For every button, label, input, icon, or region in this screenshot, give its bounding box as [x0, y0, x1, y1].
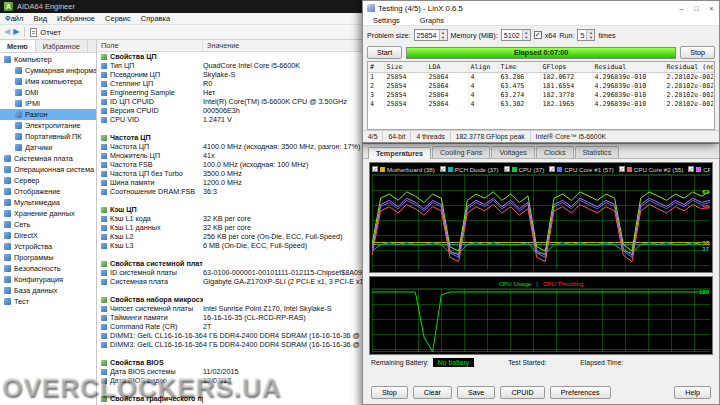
menu-item[interactable]: Справка	[136, 13, 175, 24]
report-button[interactable]: Отчет	[40, 28, 61, 37]
field-row[interactable]: Частота ЦП4100.0 MHz (исходная: 3500 MHz…	[97, 142, 366, 151]
sidebar-item[interactable]: Мультимедиа	[0, 197, 96, 208]
field-row[interactable]: Кэш L1 кода32 KB per core	[97, 214, 366, 223]
field-row[interactable]: ID системной платы63-0100-000001-0010111…	[97, 268, 366, 277]
menu-item[interactable]: Избранное	[52, 13, 100, 24]
sensor-checkbox[interactable]: ✓	[504, 166, 510, 172]
field-row[interactable]: Версия CPUID000506E3h	[97, 106, 366, 115]
column-field[interactable]: Поле	[97, 40, 203, 51]
sidebar-item[interactable]: Отображение	[0, 186, 96, 197]
field-row[interactable]: Степпинг ЦПR0	[97, 79, 366, 88]
results-col-header[interactable]: #	[368, 62, 384, 72]
field-row[interactable]: Кэш L36 MB (On-Die, ECC, Full-Speed)	[97, 241, 366, 250]
run-stepper[interactable]: 5 ▲▼	[577, 29, 595, 41]
field-row[interactable]: Частота FSB100.0 MHz (исходная: 100 MHz)	[97, 160, 366, 169]
maximize-button[interactable]: □	[689, 1, 704, 15]
sidebar-item[interactable]: Тест	[0, 296, 96, 307]
results-col-header[interactable]: Align	[468, 62, 498, 72]
menu-item[interactable]: Сервис	[100, 13, 136, 24]
linx-menu-graphs[interactable]: Graphs	[415, 15, 449, 25]
sidebar-item[interactable]: Сервер	[0, 175, 96, 186]
tab-clocks[interactable]: Clocks	[536, 146, 574, 158]
sidebar-item[interactable]: Программы	[0, 252, 96, 263]
sensor-checkbox[interactable]: ✓	[688, 166, 694, 172]
results-col-header[interactable]: GFlops	[540, 62, 592, 72]
column-value[interactable]: Значение	[203, 40, 366, 51]
field-row[interactable]: DIMM3: GeIL CL16-16-16-364 ГБ DDR4-2400 …	[97, 340, 366, 349]
sidebar-item[interactable]: Портативный ПК	[0, 131, 96, 142]
results-col-header[interactable]: Residual (norm.)	[664, 62, 714, 72]
memory-stepper[interactable]: 5102 ▲▼	[501, 29, 531, 41]
stop-button[interactable]: Stop	[371, 386, 408, 399]
tab-voltages[interactable]: Voltages	[491, 146, 535, 158]
field-row[interactable]: Соотношение DRAM:FSB36:3	[97, 187, 366, 196]
close-button[interactable]: ×	[704, 1, 719, 15]
x64-checkbox[interactable]: ✓	[534, 31, 542, 39]
field-row[interactable]: Command Rate (CR)2T	[97, 322, 366, 331]
section-header-row[interactable]: Свойства системной платы	[97, 259, 366, 268]
sidebar-item[interactable]: DMI	[0, 87, 96, 98]
field-row[interactable]: Системная платаGigabyte GA-Z170XP-SLI (2…	[97, 277, 366, 286]
clear-button[interactable]: Clear	[413, 386, 452, 399]
problem-size-stepper[interactable]: 25854 ▲▼	[414, 29, 448, 41]
sidebar-item[interactable]: DirectX	[0, 230, 96, 241]
field-row[interactable]: Дата BIOS системы11/02/2015	[97, 367, 366, 376]
spinner-arrows-icon[interactable]: ▲▼	[439, 30, 447, 40]
sidebar-item[interactable]: База данных	[0, 285, 96, 296]
tree-tab-меню[interactable]: Меню	[0, 40, 36, 52]
section-header-row[interactable]: Свойства набора микросхем	[97, 295, 366, 304]
sidebar-item[interactable]: Операционная система	[0, 164, 96, 175]
forward-icon[interactable]: ▶	[13, 28, 19, 36]
preferences-button[interactable]: Preferences	[550, 386, 611, 399]
back-icon[interactable]: ◀	[4, 28, 10, 36]
section-header-row[interactable]: Свойства графического процессора	[97, 394, 366, 403]
field-row[interactable]: Множитель ЦП41x	[97, 151, 366, 160]
field-row[interactable]: Тайминги памяти16-16-16-35 (CL-RCD-RP-RA…	[97, 313, 366, 322]
field-row[interactable]: Engineering SampleНет	[97, 88, 366, 97]
field-row[interactable]: DIMM1: GeIL CL16-16-16-364 ГБ DDR4-2400 …	[97, 331, 366, 340]
minimize-button[interactable]: –	[674, 1, 689, 15]
sidebar-item[interactable]: Разгон	[0, 109, 96, 120]
sidebar-item[interactable]: Имя компьютера	[0, 76, 96, 87]
section-header-row[interactable]: Частота ЦП	[97, 133, 366, 142]
sidebar-item[interactable]: Компьютер	[0, 54, 96, 65]
menu-item[interactable]: Вид	[28, 13, 52, 24]
sidebar-item[interactable]: Безопасность	[0, 263, 96, 274]
sidebar-item[interactable]: Устройства	[0, 241, 96, 252]
start-button[interactable]: Start	[367, 46, 402, 59]
spinner-arrows-icon[interactable]: ▲▼	[586, 30, 594, 40]
tree-tab-избранное[interactable]: Избранное	[36, 40, 88, 52]
save-button[interactable]: Save	[457, 386, 495, 399]
field-row[interactable]: Кэш L1 данных32 KB per core	[97, 223, 366, 232]
sidebar-item[interactable]: Сеть	[0, 219, 96, 230]
field-row[interactable]: CPU VID1.2471 V	[97, 115, 366, 124]
field-row[interactable]: Псевдоним ЦПSkylake-S	[97, 70, 366, 79]
sidebar-item[interactable]: Суммарная информация	[0, 65, 96, 76]
cpuid-button[interactable]: CPUID	[500, 386, 544, 399]
field-row[interactable]: ID ЦП CPUIDIntel(R) Core(TM) i5-6600K CP…	[97, 97, 366, 106]
run-value[interactable]: 5	[578, 30, 586, 40]
section-header-row[interactable]: Свойства ЦП	[97, 52, 366, 61]
tab-temperatures[interactable]: Temperatures	[368, 147, 431, 159]
field-row[interactable]: Тип ЦПQuadCore Intel Core i5-6600K	[97, 61, 366, 70]
field-row[interactable]: Чипсет системной платыIntel Sunrise Poin…	[97, 304, 366, 313]
field-row[interactable]: Шина памяти1200.0 MHz	[97, 178, 366, 187]
results-col-header[interactable]: LDA	[426, 62, 468, 72]
field-row[interactable]: Дата BIOS видео12/03/13	[97, 376, 366, 385]
memory-value[interactable]: 5102	[502, 30, 522, 40]
sidebar-item[interactable]: Электропитание	[0, 120, 96, 131]
menu-item[interactable]: Файл	[0, 13, 28, 24]
problem-size-value[interactable]: 25854	[415, 30, 439, 40]
help-button[interactable]: Help	[674, 386, 711, 399]
linx-titlebar[interactable]: Testing (4/5) - LinX 0.6.5 –□×	[363, 1, 719, 15]
sidebar-item[interactable]: Системная плата	[0, 153, 96, 164]
field-row[interactable]: Частота ЦП без Turbo3500.0 MHz	[97, 169, 366, 178]
sidebar-item[interactable]: Конфигурация	[0, 274, 96, 285]
results-col-header[interactable]: Time	[498, 62, 540, 72]
section-header-row[interactable]: Свойства BIOS	[97, 358, 366, 367]
sidebar-item[interactable]: IPMI	[0, 98, 96, 109]
section-header-row[interactable]: Кэш ЦП	[97, 205, 366, 214]
sensor-checkbox[interactable]: ✓	[372, 166, 378, 172]
tab-cooling-fans[interactable]: Cooling Fans	[432, 146, 490, 158]
linx-menu-settings[interactable]: Settings	[368, 15, 405, 25]
